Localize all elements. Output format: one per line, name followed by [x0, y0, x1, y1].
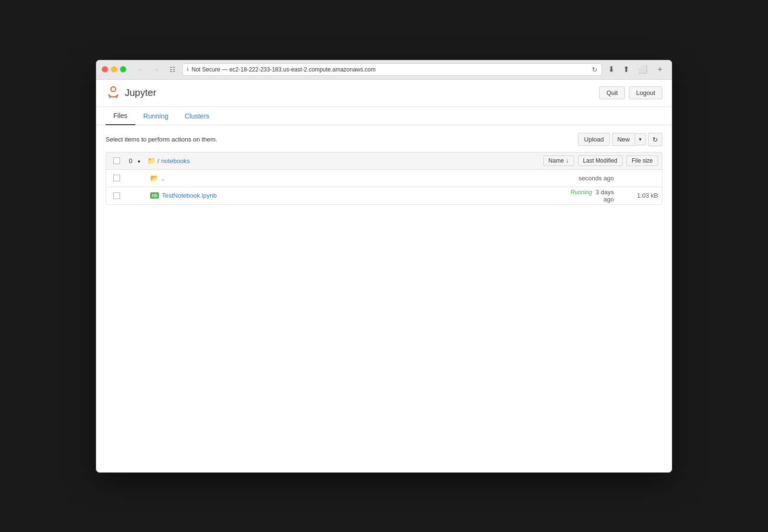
- action-buttons: Upload New ▾ ↻: [578, 133, 662, 146]
- notebook-link[interactable]: TestNotebook.ipynb: [162, 192, 216, 199]
- file-actions-bar: Select items to perform actions on them.…: [106, 133, 662, 146]
- tab-running[interactable]: Running: [135, 107, 177, 125]
- select-hint: Select items to perform actions on them.: [106, 136, 217, 143]
- window-controls: [102, 66, 126, 72]
- url-text: Not Secure — ec2-18-222-233-183.us-east-…: [192, 66, 589, 73]
- minimize-button[interactable]: [111, 66, 117, 72]
- file-table: 0 ▾ 📁 / notebooks Name ↓ Last: [106, 152, 662, 205]
- quit-button[interactable]: Quit: [599, 86, 625, 99]
- jupyter-logo-text: Jupyter: [125, 87, 156, 98]
- sort-file-size-button[interactable]: File size: [626, 155, 658, 166]
- sidebar-toggle-button[interactable]: ☷: [167, 64, 179, 75]
- new-button-group: New ▾: [612, 133, 646, 146]
- sort-last-modified-button[interactable]: Last Modified: [578, 155, 623, 166]
- reload-button[interactable]: ↻: [592, 66, 598, 73]
- share-icon[interactable]: ⬆: [621, 64, 632, 75]
- header-buttons: Quit Logout: [599, 86, 662, 99]
- table-row: nb TestNotebook.ipynb Running 3 days ago…: [106, 187, 662, 204]
- file-browser: Select items to perform actions on them.…: [96, 125, 672, 473]
- table-header-row: 0 ▾ 📁 / notebooks Name ↓ Last: [106, 153, 662, 170]
- breadcrumb: 📁 / notebooks: [147, 157, 543, 165]
- notebook-icon: nb: [150, 192, 159, 199]
- table-row: 📂 .. seconds ago: [106, 170, 662, 187]
- svg-point-2: [116, 95, 118, 98]
- count-dropdown-arrow[interactable]: ▾: [138, 159, 140, 164]
- folder-icon: 📁: [147, 157, 156, 165]
- close-button[interactable]: [102, 66, 108, 72]
- tabs-bar: Files Running Clusters: [96, 107, 672, 125]
- file-name-col-notebook: nb TestNotebook.ipynb: [150, 192, 562, 199]
- maximize-button[interactable]: [120, 66, 126, 72]
- selected-count: 0: [123, 157, 138, 165]
- refresh-button[interactable]: ↻: [648, 133, 662, 146]
- back-button[interactable]: ←: [134, 64, 147, 75]
- upload-button[interactable]: Upload: [578, 133, 610, 146]
- window-icon[interactable]: ⬜: [636, 64, 650, 75]
- parent-dir-link[interactable]: ..: [161, 175, 165, 182]
- select-all-checkbox[interactable]: [113, 157, 120, 164]
- notebook-timestamp: Running 3 days ago: [562, 189, 620, 203]
- tab-clusters[interactable]: Clusters: [177, 107, 217, 125]
- sort-name-button[interactable]: Name ↓: [543, 155, 574, 166]
- svg-point-0: [111, 87, 116, 92]
- parent-timestamp: seconds ago: [562, 175, 620, 182]
- forward-button[interactable]: →: [149, 64, 163, 75]
- security-icon: ℹ: [187, 66, 189, 72]
- notebook-filesize: 1.03 kB: [620, 192, 658, 199]
- parent-dir-icon: 📂: [150, 174, 158, 182]
- jupyter-logo-svg: [106, 85, 121, 101]
- breadcrumb-current[interactable]: notebooks: [161, 157, 190, 165]
- sort-controls: Name ↓ Last Modified File size: [543, 155, 658, 166]
- svg-point-1: [109, 95, 111, 98]
- tab-files[interactable]: Files: [106, 107, 135, 125]
- running-badge: Running: [571, 189, 592, 196]
- jupyter-logo: Jupyter: [106, 85, 156, 101]
- jupyter-header: Jupyter Quit Logout: [96, 80, 672, 107]
- breadcrumb-separator: /: [157, 157, 159, 165]
- new-dropdown-button[interactable]: ▾: [635, 133, 646, 145]
- row-checkbox-notebook[interactable]: [113, 192, 120, 199]
- logout-button[interactable]: Logout: [629, 86, 662, 99]
- plus-icon[interactable]: ＋: [654, 63, 666, 75]
- address-bar[interactable]: ℹ Not Secure — ec2-18-222-233-183.us-eas…: [182, 63, 602, 76]
- new-button[interactable]: New: [612, 133, 635, 146]
- row-checkbox-parent[interactable]: [113, 175, 120, 181]
- file-name-col-parent: 📂 ..: [150, 174, 562, 182]
- download-icon[interactable]: ⬇: [606, 64, 617, 75]
- select-all-checkbox-col: [110, 157, 123, 164]
